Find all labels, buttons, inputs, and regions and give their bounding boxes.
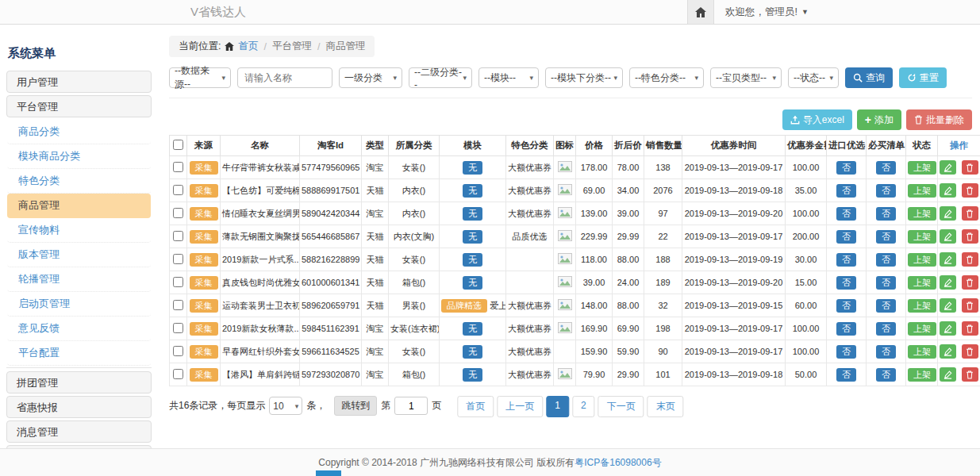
level2-category-select[interactable]: --二级分类--▾ <box>409 67 472 88</box>
delete-button[interactable] <box>962 321 978 336</box>
must-buy-toggle[interactable]: 否 <box>876 299 896 313</box>
module-select[interactable]: --模块--▾ <box>478 67 539 88</box>
sidebar-item[interactable]: 拼团管理 <box>6 371 152 393</box>
status-toggle[interactable]: 上架 <box>908 345 936 359</box>
status-toggle[interactable]: 上架 <box>908 230 936 244</box>
must-buy-toggle[interactable]: 否 <box>876 253 896 267</box>
select-all-checkbox[interactable] <box>173 140 183 150</box>
row-checkbox[interactable] <box>173 300 183 310</box>
sidebar-item-platform-mgmt[interactable]: 平台管理 <box>6 95 152 117</box>
name-search-input[interactable] <box>237 67 332 88</box>
reset-button[interactable]: 重置 <box>899 67 947 88</box>
delete-button[interactable] <box>962 367 978 382</box>
sidebar-item-user-mgmt[interactable]: 用户管理 <box>6 71 152 93</box>
per-page-select[interactable]: 10▾ <box>269 397 302 415</box>
must-buy-toggle[interactable]: 否 <box>876 368 896 382</box>
imported-toggle[interactable]: 否 <box>836 230 856 244</box>
row-checkbox[interactable] <box>173 254 183 264</box>
breadcrumb-home-link[interactable]: 首页 <box>238 40 258 53</box>
icp-link[interactable]: 粤ICP备16098006号 <box>575 456 661 470</box>
page-jump-input[interactable] <box>394 397 428 415</box>
sidebar-submenu-item[interactable]: 商品分类 <box>7 120 151 144</box>
import-excel-button[interactable]: 导入excel <box>782 109 852 130</box>
delete-button[interactable] <box>962 206 978 221</box>
edit-button[interactable] <box>940 321 956 336</box>
imported-toggle[interactable]: 否 <box>836 322 856 336</box>
delete-button[interactable] <box>962 160 978 175</box>
home-button[interactable] <box>687 0 714 24</box>
row-checkbox[interactable] <box>173 231 183 241</box>
item-type-select[interactable]: --宝贝类型--▾ <box>710 67 782 88</box>
edit-button[interactable] <box>940 344 956 359</box>
imported-toggle[interactable]: 否 <box>836 207 856 221</box>
sidebar-item[interactable]: 省惠快报 <box>6 396 152 418</box>
sidebar-submenu-item[interactable]: 轮播管理 <box>7 267 151 292</box>
must-buy-toggle[interactable]: 否 <box>876 322 896 336</box>
status-toggle[interactable]: 上架 <box>908 253 936 267</box>
search-button[interactable]: 查询 <box>845 67 893 88</box>
row-checkbox[interactable] <box>173 277 183 287</box>
edit-button[interactable] <box>940 367 956 382</box>
page-button[interactable]: 末页 <box>648 396 684 417</box>
must-buy-toggle[interactable]: 否 <box>876 161 896 175</box>
sidebar-submenu-item[interactable]: 商品管理 <box>7 194 151 218</box>
row-checkbox[interactable] <box>173 162 183 172</box>
row-checkbox[interactable] <box>173 346 183 356</box>
feature-category-select[interactable]: --特色分类--▾ <box>629 67 704 88</box>
imported-toggle[interactable]: 否 <box>836 276 856 290</box>
must-buy-toggle[interactable]: 否 <box>876 345 896 359</box>
edit-button[interactable] <box>940 275 956 290</box>
imported-toggle[interactable]: 否 <box>836 299 856 313</box>
batch-delete-button[interactable]: 批量删除 <box>906 109 972 130</box>
row-checkbox[interactable] <box>173 369 183 379</box>
status-toggle[interactable]: 上架 <box>908 207 936 221</box>
page-button[interactable]: 1 <box>546 396 569 417</box>
sidebar-submenu-item[interactable]: 意见反馈 <box>7 317 151 341</box>
edit-button[interactable] <box>940 206 956 221</box>
delete-button[interactable] <box>962 252 978 267</box>
status-select[interactable]: --状态--▾ <box>788 67 839 88</box>
row-checkbox[interactable] <box>173 323 183 333</box>
imported-toggle[interactable]: 否 <box>836 253 856 267</box>
must-buy-toggle[interactable]: 否 <box>876 276 896 290</box>
edit-button[interactable] <box>940 298 956 313</box>
delete-button[interactable] <box>962 275 978 290</box>
status-toggle[interactable]: 上架 <box>908 184 936 198</box>
status-toggle[interactable]: 上架 <box>908 299 936 313</box>
module-sub-select[interactable]: --模块下分类--▾ <box>545 67 623 88</box>
page-button[interactable]: 2 <box>572 396 595 417</box>
data-source-select[interactable]: --数据来源--▾ <box>169 67 231 88</box>
sidebar-item[interactable]: 消息管理 <box>6 420 152 443</box>
jump-button[interactable]: 跳转到 <box>334 396 377 416</box>
sidebar-submenu-item[interactable]: 版本管理 <box>7 243 151 267</box>
delete-button[interactable] <box>962 298 978 313</box>
sidebar-submenu-item[interactable]: 宣传物料 <box>7 218 151 243</box>
imported-toggle[interactable]: 否 <box>836 161 856 175</box>
sidebar-submenu-item[interactable]: 特色分类 <box>7 169 151 194</box>
sidebar-submenu-item[interactable]: 模块商品分类 <box>7 144 151 169</box>
status-toggle[interactable]: 上架 <box>908 322 936 336</box>
row-checkbox[interactable] <box>173 185 183 195</box>
add-button[interactable]: + 添加 <box>857 109 901 130</box>
imported-toggle[interactable]: 否 <box>836 345 856 359</box>
page-button[interactable]: 上一页 <box>497 396 543 417</box>
user-menu[interactable]: 欢迎您，管理员! ▼ <box>725 6 809 19</box>
must-buy-toggle[interactable]: 否 <box>876 207 896 221</box>
status-toggle[interactable]: 上架 <box>908 368 936 382</box>
edit-button[interactable] <box>940 229 956 244</box>
level1-category-select[interactable]: 一级分类▾ <box>339 67 402 88</box>
sidebar-submenu-item[interactable]: 启动页管理 <box>7 292 151 317</box>
imported-toggle[interactable]: 否 <box>836 368 856 382</box>
status-toggle[interactable]: 上架 <box>908 161 936 175</box>
page-button[interactable]: 下一页 <box>598 396 644 417</box>
row-checkbox[interactable] <box>173 208 183 218</box>
must-buy-toggle[interactable]: 否 <box>876 230 896 244</box>
edit-button[interactable] <box>940 252 956 267</box>
sidebar-submenu-item[interactable]: 平台配置 <box>7 341 151 366</box>
delete-button[interactable] <box>962 229 978 244</box>
delete-button[interactable] <box>962 344 978 359</box>
edit-button[interactable] <box>940 183 956 198</box>
imported-toggle[interactable]: 否 <box>836 184 856 198</box>
must-buy-toggle[interactable]: 否 <box>876 184 896 198</box>
page-button[interactable]: 首页 <box>457 396 494 417</box>
